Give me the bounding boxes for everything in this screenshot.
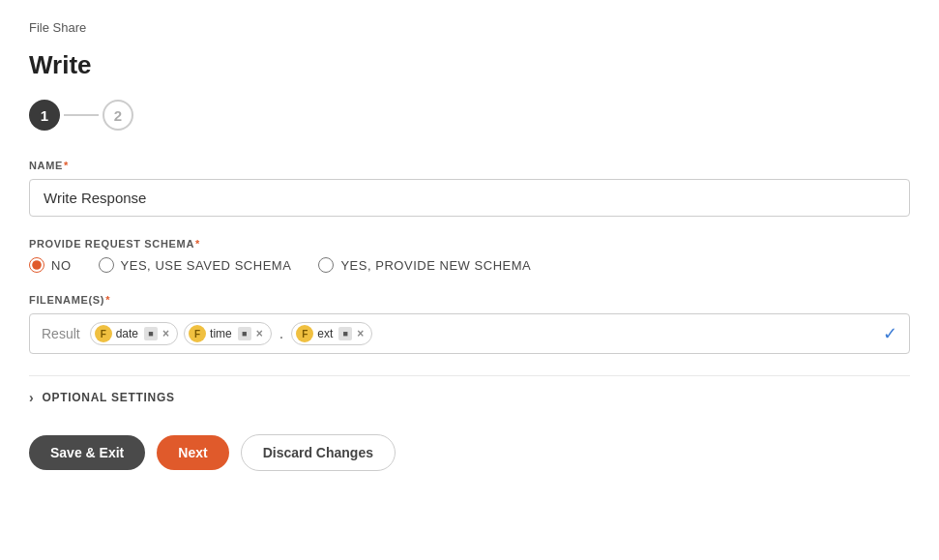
- chevron-right-icon: ›: [29, 390, 34, 405]
- tag-time: F time ■ ×: [184, 322, 272, 345]
- tag-time-icon: F: [189, 325, 206, 342]
- optional-settings-section[interactable]: › OPTIONAL SETTINGS: [29, 375, 910, 405]
- save-exit-button[interactable]: Save & Exit: [29, 435, 145, 470]
- schema-field-section: PROVIDE REQUEST SCHEMA* NO YES, USE SAVE…: [29, 238, 910, 273]
- page-title: Write: [29, 50, 910, 80]
- stepper: 1 2: [29, 100, 910, 131]
- step-1-circle[interactable]: 1: [29, 100, 60, 131]
- tag-ext-close[interactable]: ×: [357, 327, 364, 340]
- tag-separator: .: [279, 325, 283, 342]
- optional-settings-label: OPTIONAL SETTINGS: [42, 391, 174, 404]
- next-button[interactable]: Next: [157, 435, 228, 470]
- filename-field-container: Result F date ■ × F time ■ × . F ext ■: [29, 313, 910, 354]
- schema-radio-saved[interactable]: [99, 257, 114, 273]
- step-line: [64, 114, 99, 116]
- tag-time-text: time: [210, 327, 232, 340]
- filenames-field-section: FILENAME(S)* Result F date ■ × F time ■ …: [29, 294, 910, 354]
- name-field-section: NAME*: [29, 160, 910, 217]
- tag-ext-square-btn[interactable]: ■: [338, 327, 352, 340]
- tag-time-close[interactable]: ×: [256, 327, 263, 340]
- name-input[interactable]: [29, 179, 910, 217]
- page-wrapper: File Share Write 1 2 NAME* PROVIDE REQUE…: [0, 0, 939, 560]
- schema-option-new[interactable]: YES, PROVIDE NEW SCHEMA: [318, 257, 531, 273]
- tag-ext-icon: F: [296, 325, 313, 342]
- tag-ext-text: ext: [317, 327, 333, 340]
- tag-date-text: date: [116, 327, 138, 340]
- schema-radio-new[interactable]: [318, 257, 334, 273]
- button-row: Save & Exit Next Discard Changes: [29, 434, 910, 471]
- schema-option-saved[interactable]: YES, USE SAVED SCHEMA: [99, 257, 292, 273]
- tag-date-icon: F: [95, 325, 112, 342]
- tag-time-square-btn[interactable]: ■: [238, 327, 251, 340]
- schema-radio-group: NO YES, USE SAVED SCHEMA YES, PROVIDE NE…: [29, 257, 910, 273]
- schema-label: PROVIDE REQUEST SCHEMA*: [29, 238, 910, 250]
- step-2-circle[interactable]: 2: [103, 100, 133, 131]
- filenames-label: FILENAME(S)*: [29, 294, 910, 306]
- name-label: NAME*: [29, 160, 910, 171]
- schema-option-no[interactable]: NO: [29, 257, 72, 273]
- tag-date: F date ■ ×: [90, 322, 178, 345]
- discard-changes-button[interactable]: Discard Changes: [241, 434, 396, 471]
- tag-date-close[interactable]: ×: [162, 327, 169, 340]
- schema-radio-no[interactable]: [29, 257, 44, 273]
- tag-ext: F ext ■ ×: [291, 322, 372, 345]
- filename-check-icon: ✓: [883, 323, 897, 344]
- filename-static-label: Result: [42, 326, 80, 341]
- tag-date-square-btn[interactable]: ■: [144, 327, 158, 340]
- breadcrumb[interactable]: File Share: [29, 20, 86, 35]
